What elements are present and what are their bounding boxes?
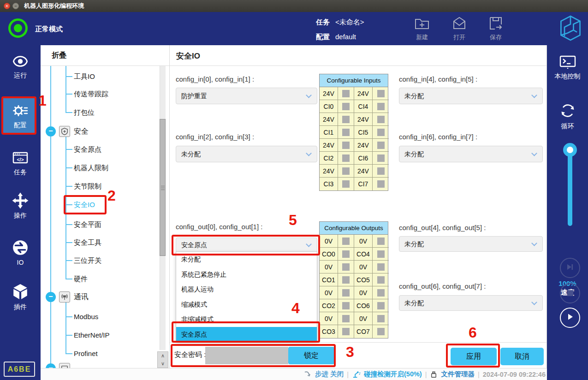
sidebar-item-run[interactable]: 运行 — [0, 53, 41, 80]
lock-button[interactable]: 锁定 — [288, 347, 334, 364]
io-checkbox[interactable] — [342, 328, 350, 335]
new-button[interactable]: 新建 — [409, 15, 435, 42]
sidebar-item-plugin[interactable]: 插件 — [0, 283, 41, 311]
io-checkbox[interactable] — [377, 154, 385, 162]
config-in67-dropdown[interactable]: 未分配 — [399, 146, 543, 162]
stop-button[interactable] — [560, 283, 580, 303]
tree-collapse-node[interactable]: − — [46, 363, 56, 368]
io-checkbox[interactable] — [377, 167, 385, 175]
local-control-button[interactable]: 本地控制 — [547, 54, 588, 81]
speed-slider-track[interactable] — [568, 150, 572, 226]
tree-item-modbus[interactable]: Modbus — [74, 311, 98, 322]
tree-item-tool-io[interactable]: 工具IO — [74, 71, 95, 82]
option-reduced-mode[interactable]: 缩减模式 — [176, 297, 317, 312]
apply-button[interactable]: 应用 — [451, 348, 497, 365]
config-in01-dropdown[interactable]: 防护重置 — [176, 88, 317, 104]
tree-item-three-pos-switch[interactable]: 三位开关 — [74, 255, 101, 266]
speed-slider-handle[interactable] — [563, 143, 577, 157]
io-checkbox[interactable] — [342, 129, 350, 136]
sidebar-item-operate[interactable]: 操作 — [0, 192, 41, 220]
io-cell: 24V — [320, 139, 338, 152]
io-checkbox[interactable] — [342, 116, 350, 123]
loop-button[interactable]: 循环 — [547, 101, 588, 131]
option-estopped[interactable]: 系统已紧急停止 — [176, 267, 317, 282]
io-checkbox[interactable] — [377, 250, 385, 258]
tree-collapse-header[interactable]: 折叠 — [52, 51, 66, 60]
tree-item-ethernet-ip[interactable]: EtherNet/IP — [74, 330, 110, 341]
config-out67-dropdown[interactable]: 未分配 — [399, 295, 543, 311]
tree-group-safety[interactable]: 安全 — [74, 126, 89, 137]
io-cell: 0V — [320, 286, 338, 299]
io-checkbox[interactable] — [377, 116, 385, 123]
sidebar-item-config[interactable]: 配置 — [0, 102, 41, 130]
scroll-down-icon[interactable]: ∨ — [158, 360, 168, 368]
io-checkbox[interactable] — [342, 315, 350, 322]
tree-item-hardware[interactable]: 硬件 — [74, 273, 88, 285]
close-icon[interactable]: × — [4, 3, 10, 9]
tree-item-pack[interactable]: 打包位 — [74, 107, 95, 118]
io-checkbox[interactable] — [377, 129, 385, 136]
io-checkbox[interactable] — [342, 263, 350, 271]
io-checkbox[interactable] — [342, 154, 350, 162]
option-robot-moving[interactable]: 机器人运动 — [176, 282, 317, 297]
io-checkbox[interactable] — [377, 180, 385, 188]
io-checkbox[interactable] — [342, 167, 350, 175]
config-out01-dropdown[interactable]: 安全原点 — [176, 238, 317, 252]
io-checkbox[interactable] — [377, 302, 385, 309]
tree-item-robot-limit[interactable]: 机器人限制 — [74, 162, 108, 173]
outputs-table-title: Configurable Outputs — [320, 222, 388, 235]
io-checkbox[interactable] — [342, 142, 350, 149]
io-checkbox[interactable] — [377, 263, 385, 271]
cancel-button[interactable]: 取消 — [500, 348, 544, 365]
io-checkbox-cell — [373, 113, 389, 126]
io-checkbox[interactable] — [377, 276, 385, 284]
open-button[interactable]: 打开 — [446, 15, 472, 42]
option-non-reduced-mode[interactable]: 非缩减模式 — [176, 312, 317, 327]
save-button[interactable]: 保存 — [483, 15, 509, 42]
tree-collapse-node[interactable]: − — [46, 292, 56, 302]
io-checkbox[interactable] — [342, 276, 350, 284]
safety-password-input[interactable] — [205, 347, 288, 364]
io-checkbox[interactable] — [377, 289, 385, 297]
io-checkbox[interactable] — [377, 238, 385, 245]
io-checkbox[interactable] — [342, 302, 350, 309]
io-checkbox[interactable] — [342, 103, 350, 110]
scroll-up-icon[interactable]: ∧ — [158, 352, 168, 360]
minimize-icon[interactable]: − — [12, 3, 19, 9]
tree-collapse-node[interactable]: − — [46, 126, 56, 137]
tree-item-conveyor[interactable]: 传送带跟踪 — [74, 89, 108, 100]
sidebar-item-task[interactable]: </> 任务 — [0, 149, 41, 177]
option-safe-home[interactable]: 安全原点 — [176, 327, 317, 342]
io-checkbox[interactable] — [342, 180, 350, 188]
config-label: 配置 — [316, 33, 330, 41]
option-unassigned[interactable]: 未分配 — [176, 252, 317, 267]
io-checkbox[interactable] — [342, 238, 350, 245]
sidebar-item-io[interactable]: IO — [0, 239, 41, 266]
tree-item-safe-plane[interactable]: 安全平面 — [74, 219, 101, 230]
step-forward-button[interactable] — [560, 258, 580, 278]
safety-password-label: 安全密码 : — [174, 350, 206, 359]
io-checkbox[interactable] — [377, 90, 385, 97]
file-manager-link[interactable]: 文件管理器 — [441, 370, 475, 379]
io-checkbox[interactable] — [377, 142, 385, 149]
step-mode-status[interactable]: 步进 关闭 — [315, 370, 344, 379]
tree-item-safety-io[interactable]: 安全IO — [74, 199, 95, 210]
io-checkbox[interactable] — [377, 315, 385, 322]
tree-scrollbar-thumb[interactable] — [160, 119, 166, 256]
tree-item-profinet[interactable]: Profinet — [74, 348, 98, 359]
io-checkbox[interactable] — [342, 289, 350, 297]
play-button[interactable] — [560, 308, 580, 328]
tree-group-communication[interactable]: 通讯 — [74, 291, 89, 303]
io-checkbox[interactable] — [377, 103, 385, 110]
config-out45-dropdown[interactable]: 未分配 — [399, 236, 543, 252]
config-in23-dropdown[interactable]: 未分配 — [176, 146, 317, 162]
tree-item-safe-home[interactable]: 安全原点 — [74, 144, 101, 155]
io-checkbox[interactable] — [342, 90, 350, 97]
tree-scroll-buttons[interactable]: ∧ ∨ — [157, 351, 168, 368]
collision-detect-status[interactable]: 碰撞检测开启(50%) — [364, 370, 422, 379]
tree-item-safe-tool[interactable]: 安全工具 — [74, 237, 101, 248]
io-checkbox[interactable] — [377, 328, 385, 335]
config-in45-dropdown[interactable]: 未分配 — [399, 88, 543, 104]
tree-item-joint-limit[interactable]: 关节限制 — [74, 181, 101, 192]
io-checkbox[interactable] — [342, 250, 350, 258]
